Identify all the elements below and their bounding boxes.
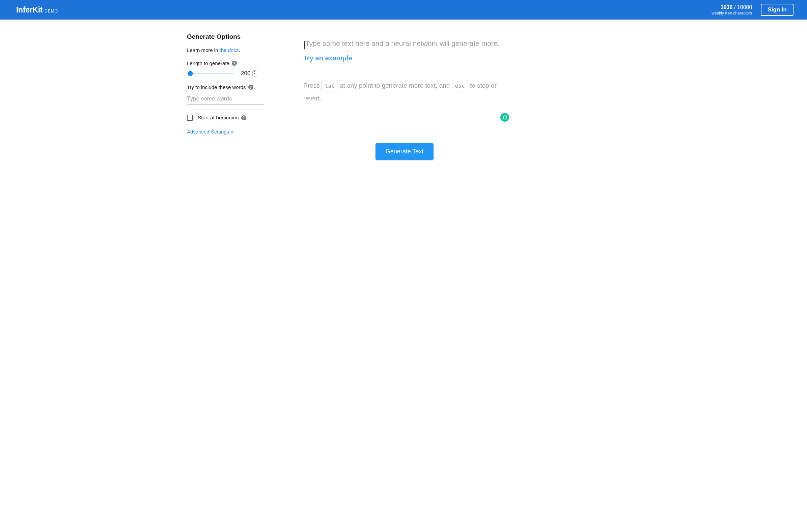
sign-in-button[interactable]: Sign In — [761, 4, 793, 16]
editor-placeholder: Type some text here and a neural network… — [303, 38, 506, 48]
length-stepper[interactable]: ▴ ▾ — [252, 71, 257, 77]
main-area: Type some text here and a neural network… — [303, 33, 506, 160]
include-label: Try to include these words ? — [187, 84, 264, 90]
advanced-settings-link[interactable]: Advanced Settings » — [187, 129, 234, 134]
slider-thumb[interactable] — [188, 71, 192, 76]
length-value: 200 — [241, 70, 250, 77]
char-count-sep: / — [732, 4, 737, 10]
help-icon[interactable]: ? — [232, 61, 237, 66]
char-count-total: 10000 — [737, 4, 752, 10]
keyboard-hint: Press tab at any point to generate more … — [303, 80, 506, 104]
sidebar-title: Generate Options — [187, 33, 264, 40]
char-count-label: weekly free characters — [712, 11, 752, 16]
include-words-input[interactable] — [187, 94, 264, 104]
sidebar: Generate Options Learn more in the docs.… — [187, 33, 264, 160]
learn-more-text: Learn more in the docs. — [187, 47, 264, 53]
start-at-beginning-checkbox[interactable] — [187, 115, 193, 121]
help-icon[interactable]: ? — [241, 115, 246, 120]
length-label: Length to generate ? — [187, 60, 264, 66]
header-right: 3936 / 10000 weekly free characters Sign… — [712, 4, 793, 16]
tab-key-badge: tab — [322, 80, 338, 92]
brand-name: InferKit — [16, 5, 42, 15]
start-at-beginning-label: Start at beginning ? — [198, 115, 246, 121]
text-cursor — [304, 41, 305, 49]
generate-text-button[interactable]: Generate Text — [375, 143, 434, 160]
length-slider[interactable] — [187, 73, 234, 74]
editor-area[interactable]: Type some text here and a neural network… — [303, 38, 506, 104]
docs-link[interactable]: the docs — [220, 47, 239, 53]
brand[interactable]: InferKit DEMO — [16, 5, 58, 15]
brand-suffix: DEMO — [44, 9, 58, 14]
char-count-used: 3936 — [721, 4, 733, 10]
header-bar: InferKit DEMO 3936 / 10000 weekly free c… — [0, 0, 807, 20]
help-icon[interactable]: ? — [248, 84, 253, 90]
try-example-link[interactable]: Try an example — [303, 54, 506, 62]
stepper-down-icon[interactable]: ▾ — [254, 74, 255, 76]
grammarly-icon[interactable] — [500, 113, 509, 122]
character-counter: 3936 / 10000 weekly free characters — [712, 4, 752, 16]
esc-key-badge: esc — [452, 80, 468, 92]
